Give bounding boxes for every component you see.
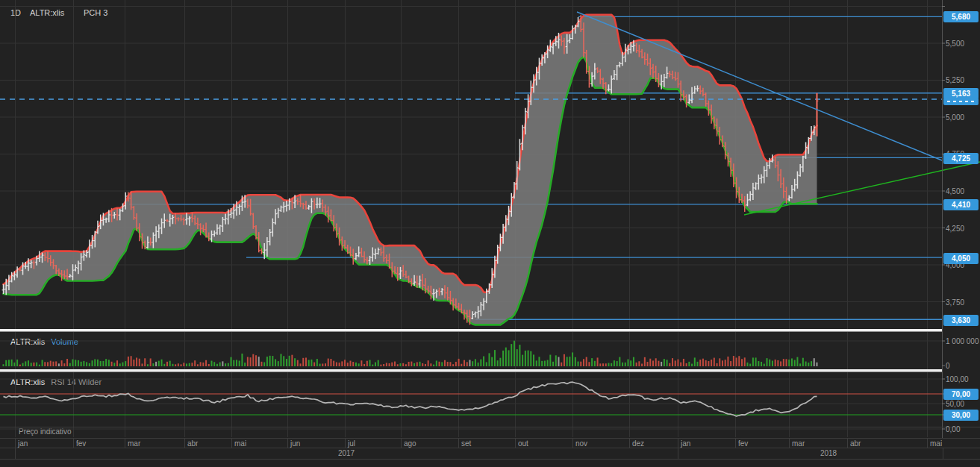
rsi-pane-series[interactable] <box>0 382 942 416</box>
pane-separator[interactable] <box>0 369 942 372</box>
time-axis[interactable] <box>0 427 980 460</box>
trading-chart-app: 1D ALTR:xlis PCH 3 ALTR:xlisVolume ALTR:… <box>0 0 980 467</box>
price-axis[interactable] <box>942 0 945 438</box>
pane-separator[interactable] <box>0 329 942 332</box>
chart-canvas[interactable] <box>0 0 980 467</box>
